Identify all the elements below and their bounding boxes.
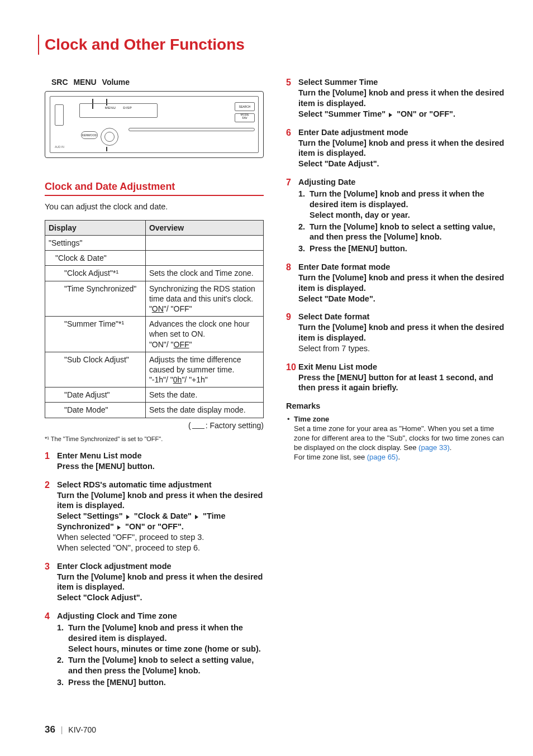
remark-body: Set a time zone for your area as "Home".… bbox=[294, 424, 505, 462]
step: Enter Clock adjustment modeTurn the [Vol… bbox=[45, 561, 264, 603]
factory-setting-note: (: Factory setting) bbox=[45, 420, 264, 430]
device-screen: MENU DISP bbox=[79, 103, 158, 118]
step: Enter Menu List modePress the [MENU] but… bbox=[45, 451, 264, 472]
step-title: Select Summer Time bbox=[298, 77, 505, 88]
device-src-button bbox=[55, 104, 64, 126]
table-row: "Clock & Date" bbox=[45, 251, 264, 266]
step-body: Press the [MENU] button. bbox=[57, 461, 264, 472]
substep: Press the [MENU] button. bbox=[57, 677, 264, 688]
step: Adjusting DateTurn the [Volume] knob and… bbox=[286, 177, 505, 254]
step: Enter Date format modeTurn the [Volume] … bbox=[286, 262, 505, 304]
step: Select RDS's automatic time adjustmentTu… bbox=[45, 480, 264, 553]
remarks-heading: Remarks bbox=[286, 401, 505, 412]
step: Select Summer TimeTurn the [Volume] knob… bbox=[286, 77, 505, 119]
step-body: Turn the [Volume] knob and press it when… bbox=[298, 272, 505, 304]
substep: Turn the [Volume] knob to select a setti… bbox=[298, 222, 505, 243]
label-src: SRC bbox=[51, 78, 68, 87]
page-number: 36 bbox=[45, 724, 55, 735]
table-row: "Sub Clock Adjust"Adjusts the time diffe… bbox=[45, 352, 264, 387]
remark-item: Time zoneSet a time zone for your area a… bbox=[286, 415, 505, 462]
step-title: Enter Clock adjustment mode bbox=[57, 561, 264, 572]
substeps: Turn the [Volume] knob and press it when… bbox=[298, 189, 505, 254]
step-title: Select Date format bbox=[298, 312, 505, 322]
step: Exit Menu List modePress the [MENU] butt… bbox=[286, 362, 505, 394]
step-body: Turn the [Volume] knob and press it when… bbox=[298, 322, 505, 343]
cell-overview: Sets the date display mode. bbox=[145, 403, 263, 418]
step-note: When selected "ON", proceed to step 6. bbox=[57, 543, 264, 553]
th-overview: Overview bbox=[145, 220, 263, 235]
section-title: Clock and Date Adjustment bbox=[45, 180, 264, 196]
model-name: KIV-700 bbox=[68, 725, 96, 734]
device-cd-slot bbox=[129, 128, 255, 131]
table-row: "Date Mode"Sets the date display mode. bbox=[45, 403, 264, 418]
settings-table: Display Overview "Settings""Clock & Date… bbox=[45, 220, 264, 418]
cell-overview bbox=[145, 236, 263, 251]
step: Enter Date adjustment modeTurn the [Volu… bbox=[286, 127, 505, 169]
table-row: "Date Adjust"Sets the date. bbox=[45, 387, 264, 403]
page-title: Clock and Other Functions bbox=[38, 35, 505, 55]
steps-right: Select Summer TimeTurn the [Volume] knob… bbox=[286, 77, 505, 393]
steps-left: Enter Menu List modePress the [MENU] but… bbox=[45, 451, 264, 688]
cell-overview: Adjusts the time difference caused by su… bbox=[145, 352, 263, 387]
cell-display: "Date Adjust" bbox=[45, 387, 146, 403]
step-title: Select RDS's automatic time adjustment bbox=[57, 480, 264, 490]
step-title: Enter Menu List mode bbox=[57, 451, 264, 461]
substep: Turn the [Volume] knob and press it when… bbox=[57, 623, 264, 654]
footnote: *¹ The "Time Synchronized" is set to "OF… bbox=[45, 435, 264, 443]
remarks-list: Time zoneSet a time zone for your area a… bbox=[286, 415, 505, 462]
cell-display: "Sub Clock Adjust" bbox=[45, 352, 146, 387]
th-display: Display bbox=[45, 220, 146, 235]
right-column: Select Summer TimeTurn the [Volume] knob… bbox=[286, 77, 505, 696]
cell-overview bbox=[145, 251, 263, 266]
cell-overview: Sets the clock and Time zone. bbox=[145, 266, 263, 281]
step: Adjusting Clock and Time zoneTurn the [V… bbox=[45, 611, 264, 688]
cell-display: "Time Synchronized" bbox=[45, 281, 146, 317]
substep: Turn the [Volume] knob and press it when… bbox=[298, 189, 505, 221]
table-row: "Time Synchronized"Synchronizing the RDS… bbox=[45, 281, 264, 317]
link-timezone-list[interactable]: (page 65) bbox=[367, 453, 398, 461]
substeps: Turn the [Volume] knob and press it when… bbox=[57, 623, 264, 688]
cell-display: "Summer Time"*¹ bbox=[45, 317, 146, 352]
device-labels: SRC MENU Volume bbox=[45, 77, 264, 87]
device-illustration: MENU DISP KENWOOD SEARCH MODE FAV AUD IN bbox=[45, 91, 264, 158]
step-note: Select from 7 types. bbox=[298, 343, 505, 354]
step-body: Press the [MENU] button for at least 1 s… bbox=[298, 372, 505, 394]
step-title: Adjusting Date bbox=[298, 177, 505, 188]
cell-display: "Clock & Date" bbox=[45, 251, 146, 266]
cell-display: "Settings" bbox=[45, 236, 146, 251]
content-columns: SRC MENU Volume MENU DISP KENWOOD SEARCH… bbox=[45, 77, 505, 696]
cell-display: "Date Mode" bbox=[45, 403, 146, 418]
device-aux-label: AUD IN bbox=[55, 145, 64, 149]
device-kenwood-badge: KENWOOD bbox=[81, 131, 98, 139]
cell-overview: Advances the clock one hour when set to … bbox=[145, 317, 263, 352]
step-title: Exit Menu List mode bbox=[298, 362, 505, 372]
left-column: SRC MENU Volume MENU DISP KENWOOD SEARCH… bbox=[45, 77, 264, 696]
link-customization[interactable]: (page 33) bbox=[418, 443, 450, 452]
step-body: Turn the [Volume] knob and press it when… bbox=[57, 490, 264, 532]
cell-overview: Synchronizing the RDS station time data … bbox=[145, 281, 263, 317]
step-title: Enter Date format mode bbox=[298, 262, 505, 272]
step-body: Turn the [Volume] knob and press it when… bbox=[298, 88, 505, 119]
table-row: "Summer Time"*¹Advances the clock one ho… bbox=[45, 317, 264, 352]
substep: Press the [MENU] button. bbox=[298, 243, 505, 254]
step-note: When selected "OFF", proceed to step 3. bbox=[57, 532, 264, 543]
step-body: Turn the [Volume] knob and press it when… bbox=[57, 572, 264, 604]
device-volume-knob bbox=[101, 128, 118, 146]
label-menu: MENU bbox=[73, 78, 96, 87]
cell-display: "Clock Adjust"*¹ bbox=[45, 266, 146, 281]
step-title: Enter Date adjustment mode bbox=[298, 127, 505, 138]
device-fav-button: FAV bbox=[235, 113, 255, 122]
substep: Turn the [Volume] knob to select a setti… bbox=[57, 655, 264, 676]
device-search-button: SEARCH MODE bbox=[235, 102, 255, 111]
label-volume: Volume bbox=[102, 78, 130, 87]
table-row: "Clock Adjust"*¹Sets the clock and Time … bbox=[45, 266, 264, 281]
remark-title: Time zone bbox=[294, 415, 505, 424]
cell-overview: Sets the date. bbox=[145, 387, 263, 403]
step-body: Turn the [Volume] knob and press it when… bbox=[298, 138, 505, 170]
page-footer: 36 | KIV-700 bbox=[45, 724, 505, 736]
section-intro: You can adjust the clock and date. bbox=[45, 202, 264, 212]
step: Select Date formatTurn the [Volume] knob… bbox=[286, 312, 505, 353]
step-title: Adjusting Clock and Time zone bbox=[57, 611, 264, 621]
table-row: "Settings" bbox=[45, 236, 264, 251]
